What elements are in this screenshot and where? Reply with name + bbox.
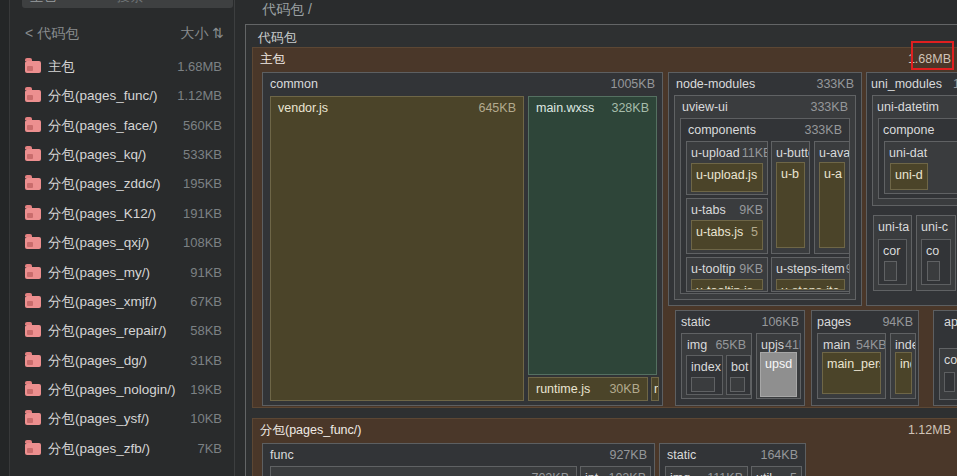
sidebar-item-pages-my[interactable]: 分包(pages_my/)91KB bbox=[12, 258, 233, 287]
treemap-node-uni-d-leaf[interactable]: uni-d bbox=[890, 163, 928, 190]
treemap-node-uni-c-inner[interactable] bbox=[927, 261, 940, 281]
node-label: 分包(pages_func/) bbox=[260, 422, 361, 439]
item-size: 191KB bbox=[183, 206, 233, 221]
folder-icon bbox=[25, 384, 41, 396]
treemap-node-pages-index-leaf[interactable]: ind bbox=[895, 352, 912, 394]
item-label: 分包(pages_qxj/) bbox=[48, 234, 149, 252]
node-size: 1 bbox=[953, 77, 957, 91]
folder-icon bbox=[25, 413, 41, 425]
node-size: 927KB bbox=[609, 448, 647, 462]
node-size: 11KB bbox=[742, 146, 767, 160]
treemap-node-img-bot-inner[interactable] bbox=[730, 377, 745, 392]
treemap-node-vendor-js[interactable]: vendor.js645KB bbox=[270, 96, 524, 401]
treemap-node-u-button-js[interactable]: u-b bbox=[776, 162, 805, 248]
treemap-node-static2-child-2[interactable]: util5 bbox=[751, 466, 802, 476]
node-size: 702KB bbox=[531, 471, 569, 476]
treemap-node-ap-co-inner[interactable] bbox=[944, 372, 955, 392]
app-canvas: 主包 搜索 < 代码包 大小 ⇅ 主包1.68MB 分包(pages_func/… bbox=[0, 0, 957, 476]
item-size: 108KB bbox=[183, 235, 233, 250]
node-label: u-a bbox=[824, 167, 842, 181]
node-label: uni-c bbox=[921, 220, 948, 234]
item-label: 分包(pages_K12/) bbox=[48, 205, 156, 223]
node-label: u-steps-item bbox=[776, 262, 845, 276]
treemap-node-m-sliver[interactable]: m bbox=[651, 377, 659, 401]
search-input[interactable]: 主包 搜索 bbox=[22, 0, 233, 8]
item-label: 分包(pages_xmjf/) bbox=[48, 293, 157, 311]
node-size: 5 bbox=[751, 225, 758, 239]
node-label: uview-ui bbox=[682, 100, 728, 114]
breadcrumb-back[interactable]: < 代码包 bbox=[25, 22, 79, 44]
node-size: 164KB bbox=[760, 448, 798, 462]
sort-label: 大小 bbox=[180, 25, 208, 41]
treemap-node-static2-child-1[interactable]: img111KB bbox=[665, 466, 748, 476]
sidebar-item-pages-func[interactable]: 分包(pages_func/)1.12MB bbox=[12, 81, 233, 110]
treemap-node-upsd[interactable]: upsd bbox=[760, 352, 797, 397]
folder-icon bbox=[25, 443, 41, 455]
item-size: 195KB bbox=[183, 176, 233, 191]
treemap-node-u-tooltip-js[interactable]: u-tooltip.js bbox=[691, 279, 763, 290]
treemap-node-u-upload-js[interactable]: u-upload.js bbox=[691, 163, 763, 192]
node-size: 94KB bbox=[882, 315, 913, 329]
treemap-node-main-wxss[interactable]: main.wxss328KB bbox=[528, 96, 657, 375]
node-size: 1.12MB bbox=[908, 423, 951, 437]
node-label: u-tabs bbox=[691, 203, 726, 217]
treemap-node-func-child-2[interactable]: int102KB bbox=[580, 466, 651, 476]
sidebar-item-main-pkg[interactable]: 主包1.68MB bbox=[12, 52, 233, 81]
treemap-node-u-tabs-js[interactable]: u-tabs.js5 bbox=[691, 220, 763, 250]
node-size: 41KB bbox=[785, 338, 800, 352]
node-label: u-steps-ite bbox=[781, 284, 839, 290]
folder-icon bbox=[25, 61, 41, 73]
item-label: 主包 bbox=[48, 58, 75, 76]
node-label: static bbox=[667, 448, 696, 462]
sidebar-panel: 主包 搜索 < 代码包 大小 ⇅ 主包1.68MB 分包(pages_func/… bbox=[0, 0, 235, 476]
node-size: 333KB bbox=[804, 123, 842, 137]
node-label: uni-d bbox=[895, 168, 923, 182]
node-label: u-upload bbox=[691, 146, 740, 160]
node-label: main_pers bbox=[827, 357, 880, 371]
folder-icon bbox=[25, 296, 41, 308]
sidebar-item-pages-xmjf[interactable]: 分包(pages_xmjf/)67KB bbox=[12, 287, 233, 316]
folder-icon bbox=[25, 325, 41, 337]
node-label: node-modules bbox=[676, 77, 755, 91]
node-label: static bbox=[681, 315, 710, 329]
node-size: 9KB bbox=[739, 203, 763, 217]
item-size: 7KB bbox=[197, 441, 233, 456]
treemap-node-runtime-js[interactable]: runtime.js30KB bbox=[528, 377, 648, 401]
node-label: ind bbox=[900, 357, 911, 371]
node-label: compone bbox=[883, 123, 934, 137]
node-size: 65KB bbox=[715, 338, 746, 352]
treemap-node-u-steps-item-js[interactable]: u-steps-ite bbox=[776, 279, 845, 290]
breadcrumb: 代码包 / bbox=[262, 1, 312, 19]
sidebar-item-pages-kq[interactable]: 分包(pages_kq/)533KB bbox=[12, 140, 233, 169]
node-label: co bbox=[944, 353, 957, 367]
back-chevron-icon: < bbox=[25, 25, 33, 41]
treemap-node-main-pers[interactable]: main_pers bbox=[822, 352, 881, 394]
node-label: bot bbox=[731, 360, 748, 374]
item-size: 67KB bbox=[190, 294, 233, 309]
sidebar-item-pages-dg[interactable]: 分包(pages_dg/)31KB bbox=[12, 346, 233, 375]
node-label: uni-datetim bbox=[877, 100, 939, 114]
node-label: main.wxss bbox=[536, 101, 594, 115]
node-label: uni-dat bbox=[889, 146, 927, 160]
node-label: func bbox=[270, 448, 294, 462]
sidebar-item-pages-repair[interactable]: 分包(pages_repair/)58KB bbox=[12, 316, 233, 345]
treemap-node-u-avatar-js[interactable]: u-a bbox=[819, 162, 845, 248]
sidebar-item-pages-ysf[interactable]: 分包(pages_ysf/)10KB bbox=[12, 404, 233, 433]
sidebar-item-pages-face[interactable]: 分包(pages_face/)560KB bbox=[12, 111, 233, 140]
sidebar-item-pages-k12[interactable]: 分包(pages_K12/)191KB bbox=[12, 199, 233, 228]
back-label: 代码包 bbox=[37, 25, 79, 41]
sidebar-item-pages-qxj[interactable]: 分包(pages_qxj/)108KB bbox=[12, 228, 233, 257]
node-label: u-tooltip.js bbox=[696, 284, 753, 290]
node-label: u-b bbox=[781, 167, 799, 181]
sidebar-item-pages-zddc[interactable]: 分包(pages_zddc/)195KB bbox=[12, 169, 233, 198]
treemap-node-uni-ta-inner[interactable] bbox=[884, 261, 897, 281]
treemap-node-func-child-1[interactable]: 702KB bbox=[270, 466, 577, 476]
sidebar-item-pages-nologin[interactable]: 分包(pages_nologin/)19KB bbox=[12, 375, 233, 404]
sidebar-item-pages-zfb[interactable]: 分包(pages_zfb/)7KB bbox=[12, 434, 233, 463]
sort-by-size-control[interactable]: 大小 ⇅ bbox=[150, 22, 224, 44]
node-size: 102KB bbox=[608, 471, 646, 476]
node-label: cor bbox=[883, 244, 900, 258]
node-label: u-avatar bbox=[819, 146, 849, 160]
treemap-node-img-index-inner[interactable] bbox=[691, 377, 715, 392]
search-filter-text: 主包 bbox=[22, 0, 56, 8]
